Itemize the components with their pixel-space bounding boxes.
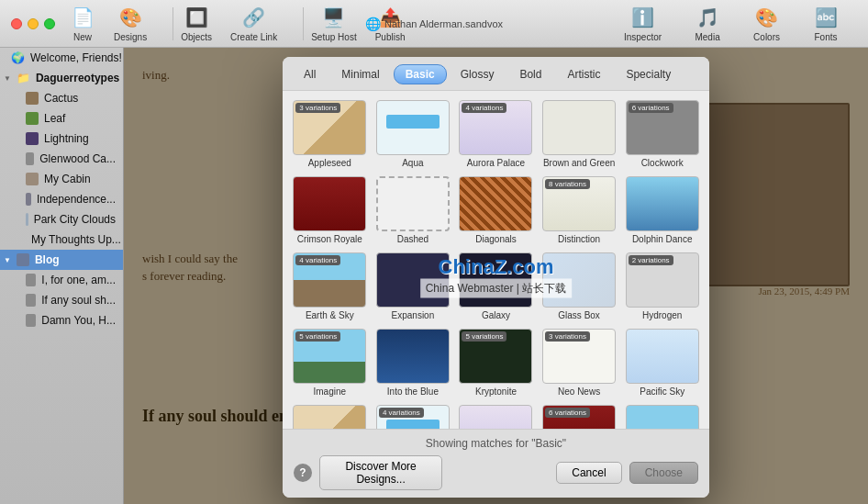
cancel-button[interactable]: Cancel — [556, 462, 621, 484]
fonts-label: Fonts — [814, 32, 837, 42]
setup-host-tool[interactable]: 🖥️ Setup Host — [311, 5, 356, 42]
design-item-brown-and-green[interactable]: Brown and Green — [541, 100, 618, 169]
sidebar-item-welcome-label: Welcome, Friends! — [30, 51, 122, 64]
sidebar: 🌍 Welcome, Friends! ▼ 📁 Daguerreotypes C… — [0, 48, 124, 504]
choose-button[interactable]: Choose — [629, 462, 698, 484]
design-item-row-5-item-1[interactable]: Row 5 item 1 — [292, 405, 368, 429]
sidebar-item-clouds[interactable]: Park City Clouds — [0, 209, 123, 230]
sidebar-item-blog2[interactable]: If any soul sh... — [0, 290, 123, 310]
sidebar-item-mycabin[interactable]: My Cabin — [0, 169, 123, 189]
inspector-tool[interactable]: ℹ️ Inspector — [624, 5, 662, 42]
design-thumb — [542, 252, 616, 308]
sidebar-item-glenwood[interactable]: Glenwood Ca... — [0, 149, 123, 169]
colors-tool[interactable]: 🎨 Colors — [753, 5, 780, 42]
design-item-dolphin-dance[interactable]: Dolphin Dance — [624, 176, 700, 245]
sidebar-item-independence[interactable]: Independence... — [0, 189, 123, 209]
variation-badge: 5 variations — [462, 331, 506, 342]
design-item-distinction[interactable]: 8 variationsDistinction — [541, 176, 618, 245]
sidebar-item-glenwood-label: Glenwood Ca... — [39, 152, 116, 165]
design-item-row-5-item-4[interactable]: 6 variationsRow 5 item 4 — [541, 405, 618, 429]
design-item-dashed[interactable]: Dashed — [375, 176, 451, 245]
new-tool[interactable]: 📄 New — [70, 5, 95, 42]
sidebar-item-blog2-label: If any soul sh... — [41, 294, 116, 307]
design-item-neo-news[interactable]: 3 variationsNeo News — [541, 329, 618, 398]
sidebar-item-leaf[interactable]: Leaf — [0, 108, 123, 129]
sidebar-item-thoughts[interactable]: My Thoughts Up... — [0, 230, 123, 250]
variation-badge: 4 variations — [379, 408, 424, 418]
design-label: Dashed — [397, 234, 428, 245]
filter-tab-all[interactable]: All — [292, 64, 328, 84]
sidebar-item-cactus[interactable]: Cactus — [0, 88, 123, 108]
design-item-glass-box[interactable]: Glass Box — [541, 252, 618, 321]
filter-tab-bold[interactable]: Bold — [507, 64, 553, 84]
filter-tab-artistic[interactable]: Artistic — [555, 64, 612, 84]
filter-tab-basic[interactable]: Basic — [394, 64, 447, 84]
create-link-tool[interactable]: 🔗 Create Link — [230, 5, 277, 42]
design-item-aqua[interactable]: Aqua — [375, 100, 451, 169]
showing-text: Showing matches for "Basic" — [294, 437, 698, 450]
new-icon: 📄 — [70, 5, 95, 30]
sidebar-item-welcome[interactable]: 🌍 Welcome, Friends! — [0, 48, 123, 68]
design-item-expansion[interactable]: Expansion — [375, 252, 451, 321]
help-button[interactable]: ? — [294, 464, 312, 482]
toolbar-divider-2 — [303, 7, 304, 40]
design-item-aurora-palace[interactable]: 4 variationsAurora Palace — [458, 100, 534, 169]
sidebar-item-leaf-label: Leaf — [44, 112, 65, 125]
designs-tool[interactable]: 🎨 Designs — [114, 5, 147, 42]
design-thumb: 4 variations — [293, 252, 366, 308]
design-item-row-5-item-3[interactable]: Row 5 item 3 — [458, 405, 534, 429]
sidebar-item-lightning[interactable]: Lightning — [0, 129, 123, 149]
colors-label: Colors — [753, 32, 780, 42]
design-thumb: 4 variations — [376, 405, 450, 429]
design-item-row-5-item-5[interactable]: Row 5 item 5 — [624, 405, 700, 429]
design-item-galaxy[interactable]: Galaxy — [458, 252, 534, 321]
design-item-diagonals[interactable]: Diagonals — [458, 176, 534, 245]
close-button[interactable] — [11, 18, 22, 29]
objects-tool[interactable]: 🔲 Objects — [181, 5, 212, 42]
design-item-crimson-royale[interactable]: Crimson Royale — [292, 176, 368, 245]
designs-grid: 3 variationsAppleseedAqua4 variationsAur… — [283, 91, 709, 429]
design-thumb: 6 variations — [626, 100, 699, 155]
inspector-label: Inspector — [624, 32, 662, 42]
design-thumb — [376, 100, 450, 155]
filter-tab-minimal[interactable]: Minimal — [329, 64, 391, 84]
sidebar-item-daguerreotypes[interactable]: ▼ 📁 Daguerreotypes — [0, 68, 123, 88]
design-item-row-5-item-2[interactable]: 4 variationsRow 5 item 2 — [375, 405, 451, 429]
design-item-pacific-sky[interactable]: Pacific Sky — [624, 329, 700, 398]
sidebar-item-daguerreotypes-label: Daguerreotypes — [36, 72, 119, 84]
sidebar-item-blog-label: Blog — [35, 253, 60, 266]
design-item-imagine[interactable]: 5 variationsImagine — [292, 329, 368, 398]
design-item-kryptonite[interactable]: 5 variationsKryptonite — [458, 329, 534, 398]
fonts-tool[interactable]: 🔤 Fonts — [813, 5, 839, 42]
designs-label: Designs — [114, 32, 147, 42]
variation-badge: 6 variations — [545, 408, 590, 418]
sidebar-item-blog3-label: Damn You, H... — [41, 314, 116, 327]
media-icon: 🎵 — [695, 5, 720, 30]
design-label: Dolphin Dance — [632, 234, 693, 245]
design-item-clockwork[interactable]: 6 variationsClockwork — [624, 100, 700, 169]
filter-tab-glossy[interactable]: Glossy — [449, 64, 506, 84]
filter-tab-specialty[interactable]: Specialty — [614, 64, 683, 84]
sidebar-item-mycabin-label: My Cabin — [44, 173, 91, 185]
design-item-hydrogen[interactable]: 2 variationsHydrogen — [624, 252, 700, 321]
dialog-buttons: ? Discover More Designs... Cancel Choose — [294, 455, 698, 490]
variation-badge: 3 variations — [295, 103, 340, 113]
design-thumb — [376, 252, 450, 308]
design-item-earth-&-sky[interactable]: 4 variationsEarth & Sky — [292, 252, 368, 321]
media-tool[interactable]: 🎵 Media — [695, 5, 720, 42]
design-thumb: 2 variations — [626, 252, 699, 308]
sidebar-item-blog3[interactable]: Damn You, H... — [0, 310, 123, 330]
sidebar-item-blog1[interactable]: I, for one, am... — [0, 270, 123, 290]
design-thumb — [459, 405, 532, 429]
design-thumb: 3 variations — [542, 329, 616, 384]
variation-badge: 4 variations — [462, 103, 506, 113]
minimize-button[interactable] — [28, 18, 39, 29]
design-thumb: 5 variations — [459, 329, 532, 384]
expand-icon-blog: ▼ — [4, 256, 11, 264]
design-item-into-the-blue[interactable]: Into the Blue — [375, 329, 451, 398]
design-item-appleseed[interactable]: 3 variationsAppleseed — [292, 100, 368, 169]
sidebar-item-blog[interactable]: ▼ Blog — [0, 250, 123, 270]
design-label: Appleseed — [308, 158, 351, 169]
discover-button[interactable]: Discover More Designs... — [319, 455, 442, 490]
zoom-button[interactable] — [44, 18, 55, 29]
